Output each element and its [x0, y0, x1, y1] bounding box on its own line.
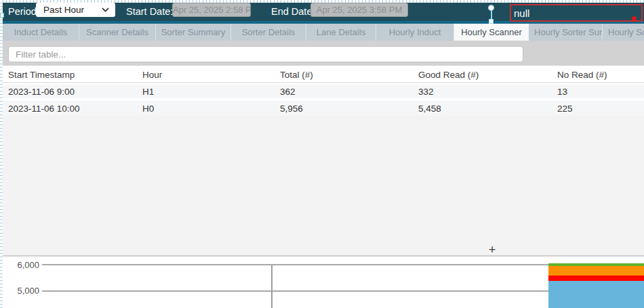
stacked-bar-h0[interactable] — [548, 263, 644, 308]
col-no-read[interactable]: No Read (#) — [557, 70, 644, 80]
table-header-row: Start Timestamp Hour Total (#) Good Read… — [3, 68, 644, 83]
end-date-input[interactable] — [310, 3, 408, 17]
cell-hour: H0 — [142, 104, 280, 114]
bar-segment-orange — [548, 266, 644, 276]
null-label-text: null — [514, 7, 529, 19]
col-total[interactable]: Total (#) — [280, 70, 418, 80]
tab-lane-details[interactable]: Lane Details — [306, 24, 376, 41]
tab-induct-details[interactable]: Induct Details — [3, 24, 79, 41]
start-date-input[interactable] — [172, 3, 251, 17]
start-date-label: Start Date: — [126, 3, 173, 21]
designer-viewport: Period: Start Date: End Date: Past Hour … — [0, 0, 644, 308]
tab-scanner-details[interactable]: Scanner Details — [79, 24, 156, 41]
selection-anchor-dot[interactable] — [632, 16, 637, 21]
cell-no-read: 225 — [557, 104, 644, 114]
cell-good-read: 5,458 — [418, 104, 557, 114]
cell-hour: H1 — [142, 87, 280, 97]
period-label: Period: — [8, 3, 39, 21]
cell-total: 5,956 — [280, 104, 418, 114]
col-start-timestamp[interactable]: Start Timestamp — [8, 70, 142, 80]
filter-table-input[interactable] — [8, 46, 523, 62]
report-tab-bar: Induct Details Scanner Details Sorter Su… — [3, 24, 644, 41]
y-axis-tick-5000: 5,000 — [3, 286, 39, 296]
bar-segment-blue — [548, 281, 644, 308]
category-divider-line — [271, 265, 273, 308]
period-dropdown-value: Past Hour — [43, 5, 84, 15]
tab-hourly-induct[interactable]: Hourly Induct — [376, 24, 454, 41]
selection-resize-handle[interactable] — [489, 19, 494, 24]
cell-total: 362 — [280, 87, 418, 97]
table-row[interactable]: 2023-11-06 10:00 H0 5,956 5,458 225 — [3, 101, 644, 116]
col-good-read[interactable]: Good Read (#) — [418, 70, 557, 80]
cell-start-timestamp: 2023-11-06 10:00 — [8, 104, 142, 114]
selection-rotate-handle[interactable] — [488, 5, 494, 11]
table-filter-bar — [3, 41, 644, 66]
cell-good-read: 332 — [418, 87, 557, 97]
tab-hourly-sorter-summary[interactable]: Hourly Sorter Summar — [529, 24, 603, 41]
col-hour[interactable]: Hour — [142, 70, 280, 80]
selected-null-label[interactable]: null — [510, 4, 643, 22]
bar-segment-red — [548, 276, 644, 281]
tab-hourly-scanner[interactable]: Hourly Scanner — [454, 24, 529, 41]
chevron-down-icon — [102, 7, 109, 12]
left-ruler-handle[interactable] — [0, 13, 4, 18]
cell-start-timestamp: 2023-11-06 9:00 — [8, 87, 142, 97]
end-date-label: End Date: — [271, 3, 315, 21]
tab-sorter-summary[interactable]: Sorter Summary — [156, 24, 231, 41]
y-axis-tick-6000: 6,000 — [3, 260, 39, 270]
tab-sorter-details[interactable]: Sorter Details — [231, 24, 306, 41]
left-ruler — [0, 0, 3, 308]
tab-hourly-sorter-details[interactable]: Hourly Sort — [603, 24, 644, 41]
table-empty-area — [3, 116, 644, 255]
cell-no-read: 13 — [557, 87, 644, 97]
table-row[interactable]: 2023-11-06 9:00 H1 362 332 13 — [3, 85, 644, 100]
top-ruler — [0, 0, 644, 3]
period-dropdown[interactable]: Past Hour — [36, 3, 115, 17]
